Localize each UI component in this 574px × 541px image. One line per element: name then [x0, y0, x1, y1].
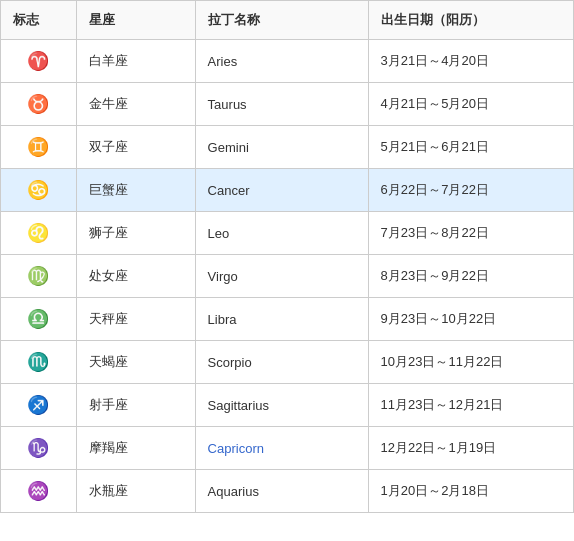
- table-row: ♋巨蟹座Cancer6月22日～7月22日: [1, 169, 574, 212]
- zodiac-dates: 1月20日～2月18日: [368, 470, 573, 513]
- zodiac-name: 狮子座: [76, 212, 195, 255]
- table-header-row: 标志 星座 拉丁名称 出生日期（阳历）: [1, 1, 574, 40]
- zodiac-name: 射手座: [76, 384, 195, 427]
- zodiac-symbol: ♑: [1, 427, 77, 470]
- table-row: ♈白羊座Aries3月21日～4月20日: [1, 40, 574, 83]
- zodiac-dates: 7月23日～8月22日: [368, 212, 573, 255]
- zodiac-symbol: ♉: [1, 83, 77, 126]
- table-row: ♌狮子座Leo7月23日～8月22日: [1, 212, 574, 255]
- zodiac-latin: Leo: [195, 212, 368, 255]
- zodiac-latin: Libra: [195, 298, 368, 341]
- table-row: ♉金牛座Taurus4月21日～5月20日: [1, 83, 574, 126]
- zodiac-symbol: ♌: [1, 212, 77, 255]
- zodiac-dates: 10月23日～11月22日: [368, 341, 573, 384]
- zodiac-table: 标志 星座 拉丁名称 出生日期（阳历） ♈白羊座Aries3月21日～4月20日…: [0, 0, 574, 513]
- table-row: ♏天蝎座Scorpio10月23日～11月22日: [1, 341, 574, 384]
- table-row: ♐射手座Sagittarius11月23日～12月21日: [1, 384, 574, 427]
- zodiac-dates: 5月21日～6月21日: [368, 126, 573, 169]
- zodiac-symbol: ♊: [1, 126, 77, 169]
- zodiac-dates: 4月21日～5月20日: [368, 83, 573, 126]
- zodiac-dates: 12月22日～1月19日: [368, 427, 573, 470]
- zodiac-symbol: ♋: [1, 169, 77, 212]
- zodiac-latin: Aries: [195, 40, 368, 83]
- zodiac-latin: Virgo: [195, 255, 368, 298]
- header-symbol: 标志: [1, 1, 77, 40]
- table-row: ♍处女座Virgo8月23日～9月22日: [1, 255, 574, 298]
- zodiac-dates: 9月23日～10月22日: [368, 298, 573, 341]
- zodiac-name: 天秤座: [76, 298, 195, 341]
- zodiac-name: 金牛座: [76, 83, 195, 126]
- table-row: ♒水瓶座Aquarius1月20日～2月18日: [1, 470, 574, 513]
- table-row: ♊双子座Gemini5月21日～6月21日: [1, 126, 574, 169]
- zodiac-latin: Scorpio: [195, 341, 368, 384]
- header-dates: 出生日期（阳历）: [368, 1, 573, 40]
- zodiac-latin-link[interactable]: Capricorn: [208, 441, 264, 456]
- zodiac-symbol: ♍: [1, 255, 77, 298]
- zodiac-symbol: ♎: [1, 298, 77, 341]
- zodiac-name: 处女座: [76, 255, 195, 298]
- zodiac-symbol: ♏: [1, 341, 77, 384]
- zodiac-latin: Cancer: [195, 169, 368, 212]
- zodiac-latin: Taurus: [195, 83, 368, 126]
- zodiac-symbol: ♒: [1, 470, 77, 513]
- zodiac-name: 天蝎座: [76, 341, 195, 384]
- zodiac-symbol: ♈: [1, 40, 77, 83]
- zodiac-latin[interactable]: Capricorn: [195, 427, 368, 470]
- zodiac-symbol: ♐: [1, 384, 77, 427]
- zodiac-name: 白羊座: [76, 40, 195, 83]
- zodiac-name: 巨蟹座: [76, 169, 195, 212]
- zodiac-latin: Aquarius: [195, 470, 368, 513]
- zodiac-dates: 3月21日～4月20日: [368, 40, 573, 83]
- table-row: ♎天秤座Libra9月23日～10月22日: [1, 298, 574, 341]
- zodiac-name: 水瓶座: [76, 470, 195, 513]
- zodiac-dates: 6月22日～7月22日: [368, 169, 573, 212]
- zodiac-dates: 8月23日～9月22日: [368, 255, 573, 298]
- zodiac-latin: Sagittarius: [195, 384, 368, 427]
- header-latin: 拉丁名称: [195, 1, 368, 40]
- zodiac-name: 双子座: [76, 126, 195, 169]
- header-name: 星座: [76, 1, 195, 40]
- zodiac-dates: 11月23日～12月21日: [368, 384, 573, 427]
- zodiac-name: 摩羯座: [76, 427, 195, 470]
- zodiac-latin: Gemini: [195, 126, 368, 169]
- table-row: ♑摩羯座Capricorn12月22日～1月19日: [1, 427, 574, 470]
